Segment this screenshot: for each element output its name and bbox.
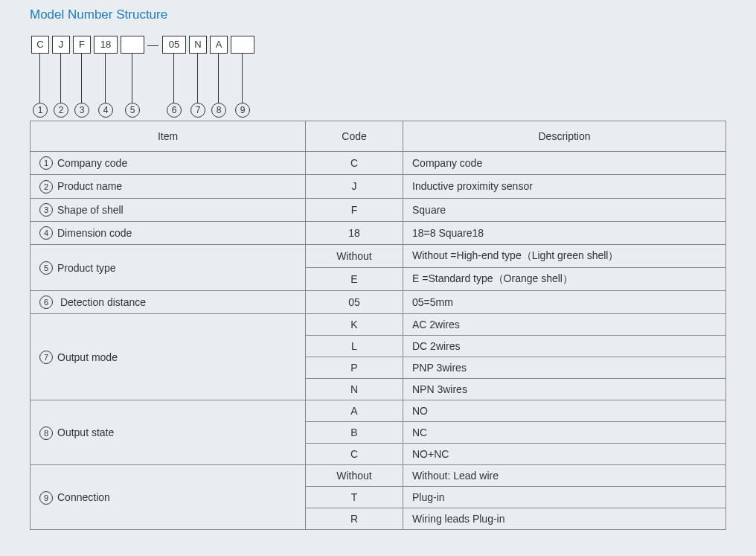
table-row: 5Product typeWithoutWithout =High-end ty… [31, 245, 726, 268]
item-cell-9: 9Connection [31, 465, 306, 530]
item-index-circle: 4 [39, 226, 53, 240]
code-cell: B [306, 422, 403, 444]
table-row: 4Dimension code1818=8 Square18 [31, 221, 726, 244]
item-cell-4: 4Dimension code [31, 221, 306, 244]
item-label: Company code [57, 157, 127, 169]
item-label: Dimension code [57, 227, 132, 239]
index-circle-7: 7 [190, 103, 205, 118]
item-index-circle: 2 [39, 180, 53, 194]
structure-table: Item Code Description 1Company codeCComp… [30, 121, 726, 530]
index-circle-3: 3 [74, 103, 89, 118]
desc-cell: 18=8 Square18 [403, 221, 726, 244]
index-circle-4: 4 [98, 103, 113, 118]
connector-line-7 [197, 54, 198, 103]
item-label: Product type [57, 262, 116, 274]
item-label: Shape of shell [57, 204, 124, 216]
desc-cell: NO+NC [403, 444, 726, 465]
model-dash: — [147, 36, 158, 54]
table-row: 1Company codeCCompany code [31, 152, 726, 175]
code-cell: 05 [306, 291, 403, 314]
connector-line-2 [60, 54, 61, 103]
model-box-1: C [31, 36, 49, 54]
desc-cell: NO [403, 400, 726, 422]
index-circle-9: 9 [235, 103, 250, 118]
index-circle-6: 6 [167, 103, 182, 118]
item-index-circle: 7 [39, 351, 53, 364]
code-cell: P [306, 357, 403, 379]
code-cell: R [306, 508, 403, 530]
table-body: 1Company codeCCompany code2Product nameJ… [31, 152, 726, 530]
header-item: Item [31, 121, 306, 152]
item-cell-2: 2Product name [31, 175, 306, 198]
code-cell: K [306, 314, 403, 336]
item-index-circle: 1 [39, 156, 53, 170]
code-cell: J [306, 175, 403, 198]
item-label: Output mode [57, 351, 118, 363]
item-cell-3: 3Shape of shell [31, 198, 306, 221]
desc-cell: Plug-in [403, 487, 726, 508]
model-box-5 [121, 36, 144, 54]
code-cell: A [306, 400, 403, 422]
table-row: 6 Detection distance0505=5mm [31, 291, 726, 314]
connector-line-1 [39, 54, 40, 103]
item-index-circle: 6 [39, 295, 53, 309]
model-box-3: F [73, 36, 91, 54]
connector-line-4 [105, 54, 106, 103]
model-box-8: A [210, 36, 228, 54]
header-code: Code [306, 121, 403, 152]
page-title: Model Number Structure [30, 7, 726, 22]
index-circle-2: 2 [54, 103, 68, 118]
connector-line-6 [173, 54, 174, 103]
code-cell: 18 [306, 221, 403, 244]
desc-cell: Company code [403, 152, 726, 175]
desc-cell: Without: Lead wire [403, 465, 726, 487]
item-label: Output state [57, 427, 114, 439]
index-circle-1: 1 [33, 103, 48, 118]
item-index-circle: 3 [39, 203, 53, 217]
table-row: 7Output modeKAC 2wires [31, 314, 726, 336]
desc-cell: Inductive proximity sensor [403, 175, 726, 198]
item-cell-6: 6 Detection distance [31, 291, 306, 314]
model-box-2: J [52, 36, 70, 54]
desc-cell: Without =High-end type（Light green shell… [403, 245, 726, 268]
item-label: Detection distance [57, 296, 146, 308]
item-index-circle: 9 [39, 491, 53, 505]
connector-line-3 [81, 54, 82, 103]
item-cell-7: 7Output mode [31, 314, 306, 400]
code-cell: N [306, 379, 403, 400]
page-container: Model Number Structure CJF1805NA—1234567… [0, 0, 756, 556]
item-label: Product name [57, 181, 122, 193]
code-cell: Without [306, 245, 403, 268]
model-box-7: N [189, 36, 207, 54]
connector-line-8 [218, 54, 219, 103]
code-cell: C [306, 444, 403, 465]
desc-cell: NPN 3wires [403, 379, 726, 400]
header-desc: Description [403, 121, 726, 152]
model-number-diagram: CJF1805NA—123456789 [30, 36, 726, 118]
table-row: 9ConnectionWithoutWithout: Lead wire [31, 465, 726, 487]
desc-cell: DC 2wires [403, 336, 726, 357]
table-row: 8Output stateANO [31, 400, 726, 422]
code-cell: L [306, 336, 403, 357]
model-box-6: 05 [162, 36, 186, 54]
index-circle-8: 8 [211, 103, 226, 118]
desc-cell: Square [403, 198, 726, 221]
item-cell-1: 1Company code [31, 152, 306, 175]
item-cell-8: 8Output state [31, 400, 306, 465]
desc-cell: NC [403, 422, 726, 444]
index-circle-5: 5 [125, 103, 140, 118]
code-cell: F [306, 198, 403, 221]
model-box-4: 18 [94, 36, 118, 54]
item-cell-5: 5Product type [31, 245, 306, 291]
code-cell: T [306, 487, 403, 508]
connector-line-5 [132, 54, 132, 103]
desc-cell: Wiring leads Plug-in [403, 508, 726, 530]
desc-cell: 05=5mm [403, 291, 726, 314]
code-cell: C [306, 152, 403, 175]
desc-cell: E =Standard type（Orange shell） [403, 268, 726, 291]
table-row: 2Product nameJInductive proximity sensor [31, 175, 726, 198]
connector-line-9 [242, 54, 243, 103]
table-header-row: Item Code Description [31, 121, 726, 152]
code-cell: Without [306, 465, 403, 487]
table-row: 3Shape of shellFSquare [31, 198, 726, 221]
